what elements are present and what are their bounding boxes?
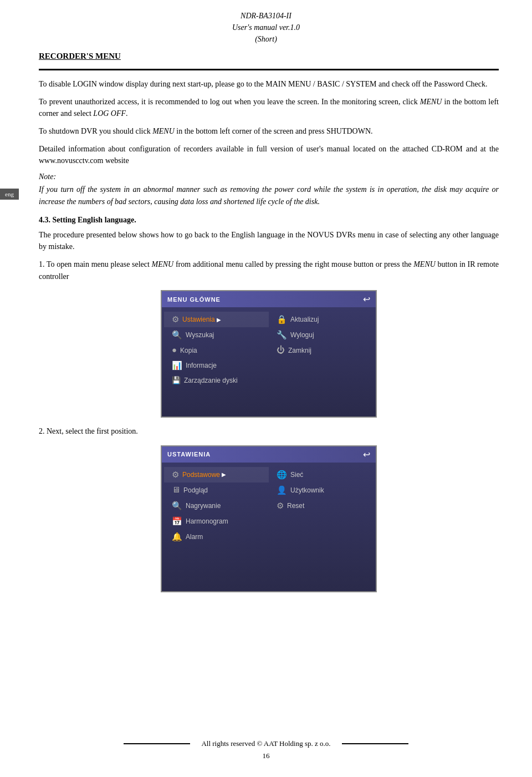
menu1-label-ustawienia: Ustawienia	[182, 316, 215, 323]
header-line2: User's manual ver.1.0	[0, 22, 532, 33]
main-content: RECORDER'S MENU To disable LOGIN window …	[39, 52, 499, 633]
paragraph-4: Detailed information about configuration…	[39, 143, 499, 167]
menu1-back: ↩	[363, 294, 370, 304]
para2-text1: To prevent unauthorized access, it is re…	[39, 98, 420, 106]
para1-text: To disable LOGIN window display during n…	[39, 80, 487, 88]
menu1-label-informacje: Informacje	[186, 362, 217, 369]
menu1-item-zarzadzanie[interactable]: 💾 Zarządzanie dyski	[164, 373, 269, 388]
menu1-icon-update: 🔒	[277, 314, 287, 324]
footer-line: All rights reserved © AAT Holding sp. z …	[0, 739, 532, 748]
menu2-icon-reset: ⚙	[277, 501, 284, 511]
menu1-icon-copy: ●	[172, 346, 177, 355]
menu2-item-alarm[interactable]: 🔔 Alarm	[164, 529, 269, 545]
para3-text1: To shutdown DVR you should click	[39, 127, 152, 135]
page-footer: All rights reserved © AAT Holding sp. z …	[0, 739, 532, 760]
paragraph-1: To disable LOGIN window display during n…	[39, 78, 499, 90]
menu2-label-podglad: Podgląd	[183, 486, 208, 494]
step2-text1: 2. Next, select the first position.	[39, 427, 138, 435]
menu1-icon-gear: ⚙	[172, 314, 179, 324]
menu2-empty-cell	[269, 514, 374, 529]
menu1-icon-search: 🔍	[172, 330, 182, 340]
step1-para: 1. To open main menu please select MENU …	[39, 258, 499, 282]
screenshot2-box: USTAWIENIA ↩ ⚙ Podstawowe ▶ 🌐 Sieć	[161, 445, 377, 592]
menu2-label-reset: Reset	[287, 502, 304, 510]
footer-hr-left	[124, 743, 190, 744]
screenshot1-container: MENU GŁÓWNE ↩ ⚙ Ustawienia ▶ 🔒 Aktualizu…	[39, 290, 499, 418]
menu2-label-siec: Sieć	[290, 471, 303, 479]
divider-thick	[39, 69, 499, 70]
step1-menu2: MENU	[413, 260, 436, 268]
page-number: 16	[0, 751, 532, 760]
menu1-header: MENU GŁÓWNE ↩	[162, 291, 376, 307]
menu2-item-harmonogram[interactable]: 📅 Harmonogram	[164, 514, 269, 529]
menu2-item-podstawowe[interactable]: ⚙ Podstawowe ▶	[164, 467, 269, 483]
footer-hr-right	[342, 743, 408, 744]
menu2-header: USTAWIENIA ↩	[162, 446, 376, 463]
paragraph-3: To shutdown DVR you should click MENU in…	[39, 125, 499, 138]
para3-text2: in the bottom left corner of the screen …	[175, 127, 373, 135]
menu2-item-reset[interactable]: ⚙ Reset	[269, 498, 374, 514]
paragraph-2: To prevent unauthorized access, it is re…	[39, 96, 499, 120]
section-title: RECORDER'S MENU	[39, 52, 499, 61]
menu2-icon-record: 🔍	[172, 501, 182, 511]
note-text: If you turn off the system in an abnorma…	[39, 184, 499, 207]
screenshot1-box: MENU GŁÓWNE ↩ ⚙ Ustawienia ▶ 🔒 Aktualizu…	[161, 290, 377, 418]
menu2-icon-network: 🌐	[277, 470, 287, 480]
menu1-item-zamknij[interactable]: ⏻ Zamknij	[269, 343, 374, 358]
note-label: Note:	[39, 172, 499, 181]
menu2-item-nagrywanie[interactable]: 🔍 Nagrywanie	[164, 498, 269, 514]
section-para: The procedure presented below shows how …	[39, 229, 499, 253]
menu1-item-informacje[interactable]: 📊 Informacje	[164, 358, 269, 373]
menu1-label-aktualizuj: Aktualizuj	[290, 316, 319, 323]
header-line3: (Short)	[0, 33, 532, 45]
menu1-label-zamknij: Zamknij	[288, 347, 311, 354]
menu1-label-wyloguj: Wyloguj	[290, 331, 314, 339]
menu1-icon-hdd: 💾	[172, 376, 181, 385]
menu1-body: ⚙ Ustawienia ▶ 🔒 Aktualizuj 🔍 Wyszukaj	[162, 307, 376, 392]
menu2-label-alarm: Alarm	[186, 533, 203, 541]
menu1-label-kopia: Kopia	[180, 347, 197, 354]
menu1-icon-logout: 🔧	[277, 330, 287, 340]
menu2-item-podglad[interactable]: 🖥 Podgląd	[164, 483, 269, 498]
menu2-icon-monitor: 🖥	[172, 485, 180, 495]
page-header: NDR-BA3104-II User's manual ver.1.0 (Sho…	[0, 0, 532, 49]
menu2-back: ↩	[363, 449, 370, 460]
header-line1: NDR-BA3104-II	[0, 10, 532, 22]
menu2-label-uzytkownik: Użytkownik	[290, 486, 324, 494]
para2-menu: MENU	[420, 98, 442, 106]
para3-menu: MENU	[152, 127, 175, 135]
menu2-label-nagrywanie: Nagrywanie	[186, 502, 221, 510]
footer-text: All rights reserved © AAT Holding sp. z …	[201, 739, 330, 748]
step1-text1: 1. To open main menu please select	[39, 260, 152, 268]
menu2-item-uzytkownik[interactable]: 👤 Użytkownik	[269, 483, 374, 498]
menu2-icon-schedule: 📅	[172, 516, 182, 526]
menu1-item-kopia[interactable]: ● Kopia	[164, 343, 269, 358]
menu1-item-wyloguj[interactable]: 🔧 Wyloguj	[269, 327, 374, 343]
menu2-icon-user: 👤	[277, 485, 287, 495]
menu1-label-wyszukaj: Wyszukaj	[186, 331, 214, 339]
menu1-label-zarzadzanie: Zarządzanie dyski	[184, 377, 238, 384]
subsection-heading: 4.3. Setting English language.	[39, 216, 499, 225]
language-tab: eng	[0, 189, 19, 200]
screenshot2-container: USTAWIENIA ↩ ⚙ Podstawowe ▶ 🌐 Sieć	[39, 445, 499, 592]
step1-text2: from additional menu called by pressing …	[173, 260, 413, 268]
menu2-icon-gear: ⚙	[172, 470, 179, 480]
para2-logoff: LOG OFF	[93, 109, 126, 118]
page-container: eng NDR-BA3104-II User's manual ver.1.0 …	[0, 0, 532, 777]
menu1-title: MENU GŁÓWNE	[167, 296, 221, 303]
menu1-cursor: ▶	[217, 317, 221, 323]
menu2-item-siec[interactable]: 🌐 Sieć	[269, 467, 374, 483]
menu2-icon-alarm: 🔔	[172, 532, 182, 542]
lang-label: eng	[5, 191, 14, 197]
menu1-icon-info: 📊	[172, 360, 182, 370]
menu1-icon-power: ⏻	[277, 346, 285, 355]
menu1-item-wyszukaj[interactable]: 🔍 Wyszukaj	[164, 327, 269, 343]
menu2-cursor: ▶	[222, 471, 226, 478]
step2-para: 2. Next, select the first position.	[39, 425, 499, 438]
menu1-item-ustawienia[interactable]: ⚙ Ustawienia ▶	[164, 312, 269, 327]
step1-menu1: MENU	[152, 260, 174, 268]
menu1-empty-cell	[269, 358, 374, 373]
para2-end: .	[126, 109, 128, 118]
menu2-label-harmonogram: Harmonogram	[186, 517, 228, 525]
menu1-item-aktualizuj[interactable]: 🔒 Aktualizuj	[269, 312, 374, 327]
